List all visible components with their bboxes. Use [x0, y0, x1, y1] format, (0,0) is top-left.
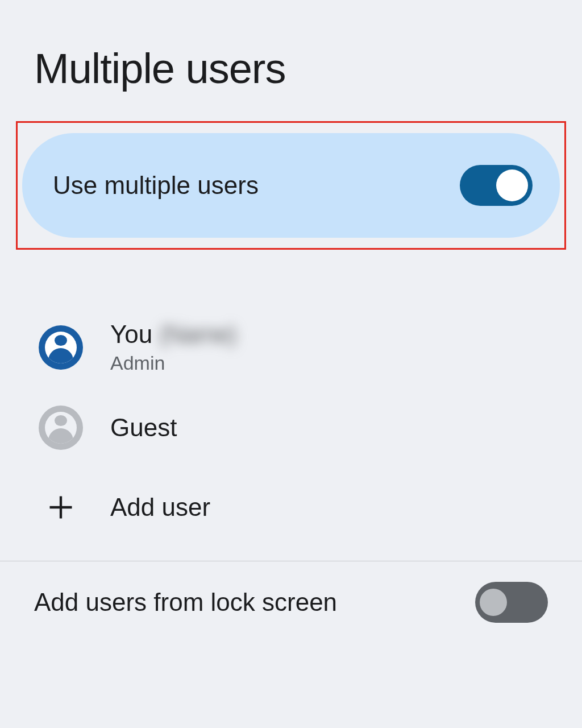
- highlight-annotation: Use multiple users: [16, 121, 566, 250]
- person-filled-icon: [39, 325, 83, 370]
- use-multiple-users-label: Use multiple users: [53, 171, 259, 200]
- user-you-redacted-name: (Name): [159, 320, 236, 349]
- user-you-row[interactable]: You (Name) Admin: [0, 307, 582, 388]
- toggle-knob: [480, 589, 507, 616]
- add-users-from-lock-screen-label: Add users from lock screen: [34, 588, 337, 617]
- person-outline-icon: [39, 406, 83, 450]
- user-you-text: You (Name) Admin: [110, 320, 236, 374]
- add-users-from-lock-screen-toggle[interactable]: [475, 582, 548, 623]
- add-user-label: Add user: [110, 493, 210, 522]
- toggle-knob: [496, 169, 528, 201]
- add-user-row[interactable]: Add user: [0, 468, 582, 547]
- page-title: Multiple users: [0, 0, 582, 121]
- user-you-role: Admin: [110, 352, 236, 374]
- user-guest-label: Guest: [110, 413, 177, 442]
- use-multiple-users-toggle[interactable]: [460, 165, 533, 206]
- user-you-primary: You: [110, 320, 152, 349]
- plus-icon: [39, 485, 83, 530]
- user-list: You (Name) Admin Guest Add user: [0, 307, 582, 547]
- use-multiple-users-setting[interactable]: Use multiple users: [22, 133, 560, 238]
- add-users-from-lock-screen-setting[interactable]: Add users from lock screen: [0, 561, 582, 643]
- user-guest-row[interactable]: Guest: [0, 388, 582, 468]
